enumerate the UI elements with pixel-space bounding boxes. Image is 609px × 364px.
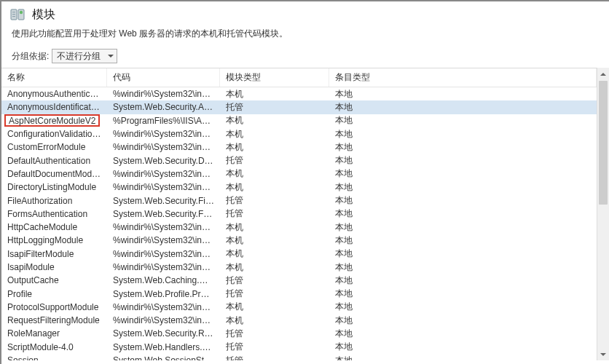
scroll-down-button[interactable] xyxy=(597,348,609,360)
scroll-up-button[interactable] xyxy=(597,68,609,80)
cell-entry-type: 本地 xyxy=(329,261,597,274)
group-by-value: 不进行分组 xyxy=(57,50,101,63)
cell-entry-type: 本地 xyxy=(329,314,597,327)
vertical-scrollbar[interactable] xyxy=(597,68,609,360)
cell-name: FormsAuthentication xyxy=(1,209,107,219)
cell-code: %windir%\System32\inetsr... xyxy=(107,182,220,192)
cell-module-type: 本机 xyxy=(220,234,329,247)
chevron-up-icon xyxy=(600,73,606,76)
group-by-label: 分组依据: xyxy=(12,50,49,63)
scrollbar-thumb[interactable] xyxy=(599,81,608,205)
svg-rect-3 xyxy=(12,12,15,12)
cell-name: RequestFilteringModule xyxy=(1,315,107,325)
cell-module-type: 本机 xyxy=(220,314,329,327)
cell-code: System.Web.Security.Anon... xyxy=(107,102,220,112)
cell-name: AnonymousIdentification xyxy=(1,102,107,112)
cell-code: System.Web.Security.Role... xyxy=(107,328,220,339)
cell-name: DefaultAuthentication xyxy=(1,156,107,166)
table-row[interactable]: RequestFilteringModule%windir%\System32\… xyxy=(1,314,597,327)
cell-code: %windir%\System32\inetsr... xyxy=(107,222,220,232)
table-row[interactable]: DefaultDocumentModule%windir%\System32\i… xyxy=(1,167,597,181)
cell-code: %windir%\System32\inetsr... xyxy=(107,142,220,152)
table-row[interactable]: HttpCacheModule%windir%\System32\inetsr.… xyxy=(1,221,597,234)
table-row[interactable]: ProfileSystem.Web.Profile.Profile...托管本地 xyxy=(1,287,597,300)
table-row[interactable]: SessionSystem.Web.SessionState.S...托管本地 xyxy=(1,354,597,360)
cell-code: System.Web.SessionState.S... xyxy=(107,355,220,360)
cell-code: System.Web.Security.Defau... xyxy=(107,156,220,166)
cell-code: %windir%\System32\inetsr... xyxy=(107,262,220,272)
cell-module-type: 托管 xyxy=(220,101,329,114)
cell-module-type: 托管 xyxy=(220,274,329,287)
table-row[interactable]: ConfigurationValidationMo...%windir%\Sys… xyxy=(1,127,597,141)
cell-code: %windir%\System32\inetsr... xyxy=(107,302,220,312)
table-row[interactable]: ProtocolSupportModule%windir%\System32\i… xyxy=(1,301,597,314)
col-header-code[interactable]: 代码 xyxy=(107,68,220,87)
cell-entry-type: 本地 xyxy=(329,167,597,180)
cell-code: %windir%\System32\inetsr... xyxy=(107,315,220,325)
table-row[interactable]: AspNetCoreModuleV2%ProgramFiles%\IIS\Asp… xyxy=(1,114,597,127)
cell-module-type: 托管 xyxy=(220,288,329,300)
cell-name: CustomErrorModule xyxy=(1,142,107,152)
svg-point-2 xyxy=(20,11,23,14)
table-row[interactable]: HttpLoggingModule%windir%\System32\inets… xyxy=(1,234,597,247)
cell-entry-type: 本地 xyxy=(329,221,597,234)
table-row[interactable]: CustomErrorModule%windir%\System32\inets… xyxy=(1,141,597,154)
cell-module-type: 本机 xyxy=(220,88,329,100)
cell-name: DirectoryListingModule xyxy=(1,182,107,192)
col-header-module-type[interactable]: 模块类型 xyxy=(220,68,329,87)
cell-name: AnonymousAuthentication... xyxy=(1,89,107,99)
cell-code: %windir%\System32\inetsr... xyxy=(107,249,220,259)
svg-rect-4 xyxy=(12,14,15,15)
table-row[interactable]: AnonymousIdentificationSystem.Web.Securi… xyxy=(1,100,597,114)
table-row[interactable]: RoleManagerSystem.Web.Security.Role...托管… xyxy=(1,327,597,340)
table-row[interactable]: FileAuthorizationSystem.Web.Security.Fil… xyxy=(1,194,597,207)
cell-entry-type: 本地 xyxy=(329,128,597,141)
svg-rect-5 xyxy=(12,16,15,17)
cell-entry-type: 本地 xyxy=(329,194,597,207)
cell-name: OutputCache xyxy=(1,275,107,285)
col-header-entry-type[interactable]: 条目类型 xyxy=(329,68,597,87)
page-title: 模块 xyxy=(32,7,55,23)
table-row[interactable]: ScriptModule-4.0System.Web.Handlers.Scri… xyxy=(1,341,597,354)
cell-entry-type: 本地 xyxy=(329,234,597,247)
cell-entry-type: 本地 xyxy=(329,207,597,220)
cell-name: IsapiFilterModule xyxy=(1,249,107,259)
table-row[interactable]: DirectoryListingModule%windir%\System32\… xyxy=(1,181,597,194)
cell-name: Profile xyxy=(1,289,107,299)
cell-name: FileAuthorization xyxy=(1,196,107,206)
table-row[interactable]: OutputCacheSystem.Web.Caching.Outp...托管本… xyxy=(1,274,597,287)
cell-entry-type: 本地 xyxy=(329,88,597,100)
table-row[interactable]: IsapiModule%windir%\System32\inetsr...本机… xyxy=(1,261,597,274)
grid-container: 名称 代码 模块类型 条目类型 AnonymousAuthentication.… xyxy=(1,68,609,360)
table-body: AnonymousAuthentication...%windir%\Syste… xyxy=(1,87,597,360)
table-row[interactable]: IsapiFilterModule%windir%\System32\inets… xyxy=(1,248,597,261)
table-row[interactable]: AnonymousAuthentication...%windir%\Syste… xyxy=(1,87,597,100)
table-header: 名称 代码 模块类型 条目类型 xyxy=(1,68,597,87)
cell-entry-type: 本地 xyxy=(329,301,597,313)
cell-module-type: 本机 xyxy=(220,141,329,154)
toolbar: 分组依据: 不进行分组 xyxy=(1,47,609,68)
cell-code: %windir%\System32\inetsr... xyxy=(107,89,220,99)
cell-code: %ProgramFiles%\IIS\Asp... xyxy=(107,116,220,126)
cell-name: ProtocolSupportModule xyxy=(1,302,107,312)
cell-entry-type: 本地 xyxy=(329,328,597,340)
table-row[interactable]: FormsAuthenticationSystem.Web.Security.F… xyxy=(1,207,597,221)
cell-module-type: 托管 xyxy=(220,154,329,167)
cell-name: IsapiModule xyxy=(1,262,107,272)
table-row[interactable]: DefaultAuthenticationSystem.Web.Security… xyxy=(1,154,597,167)
cell-module-type: 托管 xyxy=(220,355,329,360)
cell-module-type: 托管 xyxy=(220,207,329,220)
cell-name: DefaultDocumentModule xyxy=(1,169,107,179)
cell-name: Session xyxy=(1,355,107,360)
cell-name: ConfigurationValidationMo... xyxy=(1,129,107,139)
col-header-name[interactable]: 名称 xyxy=(1,68,107,87)
cell-entry-type: 本地 xyxy=(329,181,597,194)
group-by-dropdown[interactable]: 不进行分组 xyxy=(52,49,117,63)
chevron-down-icon xyxy=(600,353,606,356)
cell-entry-type: 本地 xyxy=(329,141,597,154)
cell-module-type: 托管 xyxy=(220,341,329,353)
cell-code: System.Web.Caching.Outp... xyxy=(107,275,220,285)
cell-entry-type: 本地 xyxy=(329,114,597,127)
cell-name: ScriptModule-4.0 xyxy=(1,342,107,352)
highlighted-module-name: AspNetCoreModuleV2 xyxy=(4,114,100,127)
